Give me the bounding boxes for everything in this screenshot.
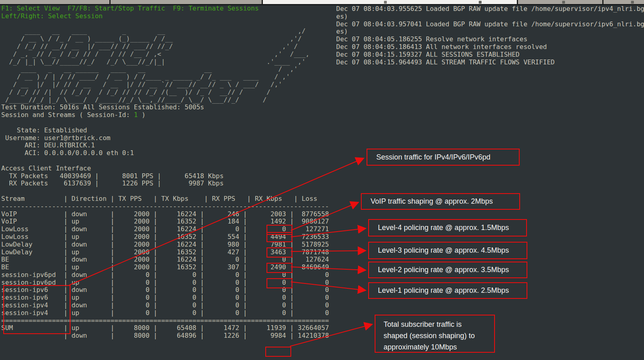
annotation-total-shaping: Total subscriber traffic is shaped (sess…: [375, 315, 495, 353]
annotation-text: VoIP traffic shaping @ approx. 2Mbps: [371, 197, 493, 206]
session-heading-suffix: ): [138, 111, 145, 119]
terminal-content: F1: Select View F7/F8: Start/Stop Traffi…: [1, 5, 329, 340]
tab-favicon-dot: [631, 1, 634, 4]
tab-favicon-dot: [384, 1, 387, 4]
session-heading-prefix: Session and Streams ( Session-Id:: [1, 111, 134, 119]
browser-tab[interactable]: [111, 0, 262, 4]
annotation-level3-policing: Level-3 policing rate @ approx. 4.5Mbps: [368, 242, 527, 259]
session-streams-heading: Session and Streams ( Session-Id: 1 ): [1, 111, 329, 119]
annotation-level1-policing: Level-1 policing rate @ approx. 2.5Mbps: [368, 282, 527, 299]
ascii-art-banner: ____ __ ____ _ __ ,/ / __ \ / /_ / __ ) …: [1, 20, 329, 104]
annotation-text: Level-1 policing rate @ approx. 2.5Mbps: [378, 286, 509, 295]
annotation-text: Level-3 policing rate @ approx. 4.5Mbps: [378, 246, 509, 255]
session-id-value: 1: [134, 111, 138, 119]
annotation-level2-policing: Level-2 policing rate @ approx. 3.5Mbps: [368, 262, 527, 278]
annotation-text: Level-2 policing rate @ approx. 3.5Mbps: [378, 266, 509, 274]
browser-tab-strip: [0, 0, 644, 4]
stream-statistics-table: Stream | Direction | TX PPS | TX Kbps | …: [1, 187, 329, 340]
annotation-level4-policing: Level-4 policing rate @ approx. 1.5Mbps: [368, 219, 527, 236]
tab-favicon-dot: [479, 1, 482, 4]
test-duration-line: Test Duration: 5016s All Sessions Establ…: [1, 104, 329, 111]
annotation-text: Session traffic for IPv4/IPv6/IPv6pd: [376, 153, 490, 162]
tab-favicon-dot: [562, 1, 565, 4]
log-output-panel: Dec 07 08:04:03.955625 Loaded BGP RAW up…: [336, 5, 644, 66]
hotkey-menu-bar: F1: Select View F7/F8: Start/Stop Traffi…: [1, 5, 329, 20]
session-info-block: State: Established Username: user1@rtbri…: [1, 119, 329, 187]
annotation-text: Total subscriber traffic is shaped (sess…: [384, 319, 475, 353]
browser-tab[interactable]: [603, 0, 644, 4]
bng-blaster-screen: F1: Select View F7/F8: Start/Stop Traffi…: [0, 0, 644, 360]
browser-tab[interactable]: [518, 0, 602, 4]
annotation-text: Level-4 policing rate @ approx. 1.5Mbps: [378, 224, 509, 232]
highlight-sum-down-rx-kbps: [265, 347, 291, 357]
annotation-voip-shaping: VoIP traffic shaping @ approx. 2Mbps: [361, 193, 520, 210]
browser-tab[interactable]: [0, 0, 109, 4]
annotation-session-traffic: Session traffic for IPv4/IPv6/IPv6pd: [367, 149, 520, 166]
